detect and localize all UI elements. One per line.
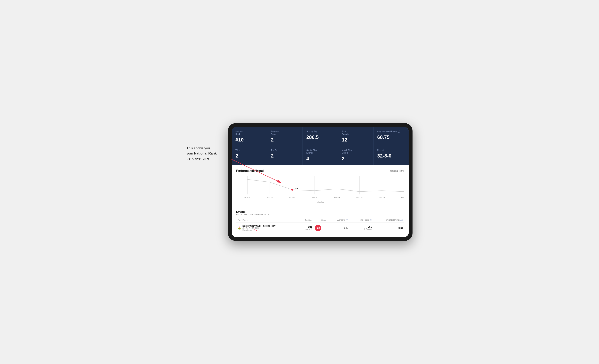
info-icon: i [398, 131, 400, 133]
stat-scoring-avg-value: 286.5 [306, 134, 334, 140]
stat-top3s: Top 3s 2 [267, 146, 302, 165]
svg-text:OCT 23: OCT 23 [245, 196, 250, 198]
total-points-value: 28.3 [351, 225, 372, 228]
event-position: 6th out of 7 [299, 222, 313, 233]
stat-avg-weighted-label: Avg. Weighted Points i [377, 130, 405, 133]
stat-stroke-play-label: Stroke PlayEvents [306, 149, 334, 154]
col-total-points: Total Points i [350, 218, 374, 223]
events-section: Events Last updated: 24th November 2023 … [232, 206, 409, 237]
svg-text:APR 24: APR 24 [379, 196, 385, 198]
tablet-frame: NationalRank #10 RegionalRank 2 Scoring … [228, 123, 413, 240]
table-header-row: Event Name Position Score Event SG i Tot… [236, 218, 404, 223]
position-text: 6th [300, 225, 312, 228]
events-title: Events [236, 210, 404, 213]
rank-impact: Rank Impact: 3 ▼ [242, 229, 275, 231]
col-position: Position [299, 218, 313, 223]
stats-row1: NationalRank #10 RegionalRank 2 Scoring … [232, 127, 409, 146]
svg-text:MAR 24: MAR 24 [356, 196, 362, 198]
stat-record-value: 32-8-0 [377, 153, 405, 159]
perf-title: Performance Trend [236, 169, 264, 173]
event-total-points: 28.3 3 Rounds [350, 222, 374, 233]
svg-text:NOV 23: NOV 23 [267, 196, 273, 198]
stat-regional-rank-label: RegionalRank [271, 130, 299, 135]
events-table: Event Name Position Score Event SG i Tot… [236, 218, 404, 233]
chevron-down-icon: ▼ [255, 230, 257, 231]
stat-top3s-value: 2 [271, 153, 299, 159]
stat-wins: Wins 2 [232, 146, 267, 165]
chart-area: #10 OCT 23 NOV 23 DEC 23 JAN 24 FEB 24 M… [236, 176, 404, 200]
perf-label: National Rank [390, 169, 404, 172]
stat-total-rounds-value: 12 [342, 137, 370, 143]
stat-stroke-play: Stroke PlayEvents 4 [302, 146, 338, 165]
stat-scoring-avg-label: Scoring Avg. [306, 130, 334, 133]
svg-point-10 [291, 189, 293, 191]
stat-national-rank-label: NationalRank [236, 130, 263, 135]
total-rounds: 3 Rounds [351, 228, 372, 230]
stat-record: Record 32-8-0 [374, 146, 409, 165]
stat-national-rank: NationalRank #10 [232, 127, 267, 146]
svg-text:DEC 23: DEC 23 [289, 196, 295, 198]
stats-row2: Wins 2 Top 3s 2 Stroke PlayEvents 4 Matc… [232, 146, 409, 165]
col-weighted-points: Weighted Points i [374, 218, 404, 223]
table-row: ⛳ Buster Cozy Cup – Stroke Play Oct 9 - … [236, 222, 404, 233]
annotation-text: This shows you your National Rank trend … [186, 146, 224, 161]
page-wrapper: This shows you your National Rank trend … [186, 123, 413, 240]
tablet-screen: NationalRank #10 RegionalRank 2 Scoring … [232, 127, 409, 237]
perf-header: Performance Trend National Rank [236, 169, 404, 173]
stat-record-label: Record [377, 149, 405, 151]
stat-regional-rank-value: 2 [271, 137, 299, 143]
stat-wins-label: Wins [236, 149, 263, 151]
svg-text:#10: #10 [295, 187, 298, 189]
event-sg-info-icon: i [346, 219, 348, 221]
events-subtitle: Last updated: 24th November 2023 [236, 213, 404, 215]
position-sub: out of 7 [300, 228, 312, 231]
svg-text:MAY 24: MAY 24 [401, 196, 404, 198]
event-weighted-points: 28.3 [374, 222, 404, 233]
stat-scoring-avg: Scoring Avg. 286.5 [302, 127, 338, 146]
score-badge: -22 [315, 225, 321, 231]
stat-national-rank-value: #10 [236, 137, 263, 143]
stat-match-play: Match PlayEvents 2 [338, 146, 373, 165]
stat-regional-rank: RegionalRank 2 [267, 127, 302, 146]
event-date: Oct 9 - Oct 10, 2023 [242, 227, 275, 229]
golf-icon: ⛳ [238, 226, 241, 230]
performance-section: Performance Trend National Rank [232, 165, 409, 206]
stat-avg-weighted-value: 68.75 [377, 134, 405, 140]
col-score: Score [313, 218, 328, 223]
col-event-name: Event Name [236, 218, 299, 223]
stat-total-rounds-label: TotalRounds [342, 130, 370, 135]
event-sg-value: 0.45 [328, 222, 350, 233]
rank-impact-value: 3 [254, 229, 255, 231]
stat-top3s-label: Top 3s [271, 149, 299, 151]
event-name-cell: ⛳ Buster Cozy Cup – Stroke Play Oct 9 - … [236, 222, 299, 233]
stat-stroke-play-value: 4 [306, 156, 334, 162]
stat-wins-value: 2 [236, 153, 263, 159]
col-event-sg: Event SG i [328, 218, 350, 223]
weighted-points-info-icon: i [400, 219, 403, 221]
event-name: Buster Cozy Cup – Stroke Play [242, 225, 275, 227]
stat-match-play-label: Match PlayEvents [342, 149, 370, 154]
stat-avg-weighted: Avg. Weighted Points i 68.75 [374, 127, 409, 146]
svg-text:FEB 24: FEB 24 [334, 196, 340, 198]
performance-chart: #10 OCT 23 NOV 23 DEC 23 JAN 24 FEB 24 M… [236, 176, 404, 200]
stat-match-play-value: 2 [342, 156, 370, 162]
event-score: -22 [313, 222, 328, 233]
weighted-points-value: 28.3 [398, 226, 403, 230]
months-label: Months [236, 201, 404, 203]
stat-total-rounds: TotalRounds 12 [338, 127, 373, 146]
total-points-info-icon: i [370, 219, 372, 221]
svg-text:JAN 24: JAN 24 [312, 196, 317, 198]
